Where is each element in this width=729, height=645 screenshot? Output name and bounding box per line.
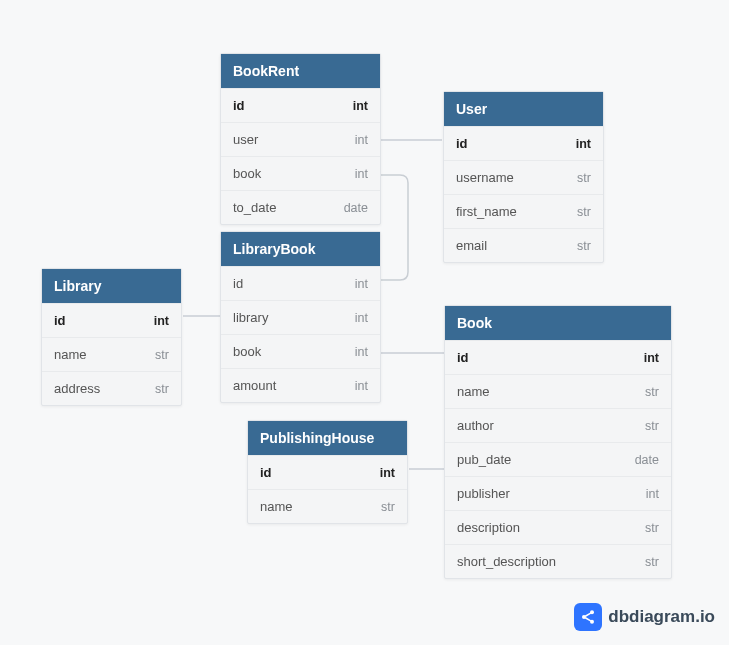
column-name: first_name: [456, 204, 517, 219]
table-book-title: Book: [445, 306, 671, 340]
column-type: int: [355, 345, 368, 359]
share-icon: [574, 603, 602, 631]
column-name: description: [457, 520, 520, 535]
column-name: author: [457, 418, 494, 433]
column-name: email: [456, 238, 487, 253]
column-name: name: [54, 347, 87, 362]
svg-line-3: [586, 618, 591, 621]
column-name: name: [457, 384, 490, 399]
column-type: int: [355, 379, 368, 393]
column-type: int: [380, 466, 395, 480]
column-type: date: [344, 201, 368, 215]
column-type: int: [355, 311, 368, 325]
column-name: pub_date: [457, 452, 511, 467]
column-name: address: [54, 381, 100, 396]
column-name: amount: [233, 378, 276, 393]
column-type: date: [635, 453, 659, 467]
column-type: str: [645, 385, 659, 399]
table-library-title: Library: [42, 269, 181, 303]
table-publishinghouse-title: PublishingHouse: [248, 421, 407, 455]
column-name: to_date: [233, 200, 276, 215]
table-row[interactable]: id int: [445, 340, 671, 374]
column-name: id: [54, 313, 66, 328]
column-type: int: [644, 351, 659, 365]
column-type: int: [355, 277, 368, 291]
column-type: str: [577, 171, 591, 185]
table-row[interactable]: id int: [444, 126, 603, 160]
column-type: int: [576, 137, 591, 151]
column-type: str: [155, 382, 169, 396]
column-type: str: [381, 500, 395, 514]
watermark-text: dbdiagram.io: [608, 607, 715, 627]
table-row[interactable]: id int: [221, 88, 380, 122]
column-type: str: [577, 239, 591, 253]
column-name: book: [233, 166, 261, 181]
column-name: username: [456, 170, 514, 185]
table-book[interactable]: Book id int name str author str pub_date…: [444, 305, 672, 579]
table-row[interactable]: author str: [445, 408, 671, 442]
watermark: dbdiagram.io: [574, 603, 715, 631]
table-row[interactable]: short_description str: [445, 544, 671, 578]
table-row[interactable]: id int: [248, 455, 407, 489]
column-name: publisher: [457, 486, 510, 501]
column-type: int: [353, 99, 368, 113]
column-type: str: [155, 348, 169, 362]
column-name: library: [233, 310, 268, 325]
column-type: str: [645, 419, 659, 433]
table-row[interactable]: name str: [248, 489, 407, 523]
column-name: id: [233, 98, 245, 113]
column-type: int: [355, 133, 368, 147]
column-name: user: [233, 132, 258, 147]
table-librarybook-title: LibraryBook: [221, 232, 380, 266]
column-type: str: [577, 205, 591, 219]
table-row[interactable]: amount int: [221, 368, 380, 402]
table-user-title: User: [444, 92, 603, 126]
table-row[interactable]: user int: [221, 122, 380, 156]
table-row[interactable]: name str: [42, 337, 181, 371]
table-row[interactable]: first_name str: [444, 194, 603, 228]
column-name: book: [233, 344, 261, 359]
table-row[interactable]: id int: [221, 266, 380, 300]
table-row[interactable]: pub_date date: [445, 442, 671, 476]
column-name: id: [260, 465, 272, 480]
table-row[interactable]: id int: [42, 303, 181, 337]
svg-line-4: [586, 613, 591, 616]
column-type: int: [355, 167, 368, 181]
table-row[interactable]: book int: [221, 334, 380, 368]
table-row[interactable]: username str: [444, 160, 603, 194]
column-type: int: [646, 487, 659, 501]
column-type: str: [645, 555, 659, 569]
table-user[interactable]: User id int username str first_name str …: [443, 91, 604, 263]
column-name: id: [233, 276, 243, 291]
table-library[interactable]: Library id int name str address str: [41, 268, 182, 406]
column-name: short_description: [457, 554, 556, 569]
table-row[interactable]: book int: [221, 156, 380, 190]
column-name: id: [456, 136, 468, 151]
table-row[interactable]: to_date date: [221, 190, 380, 224]
column-name: id: [457, 350, 469, 365]
column-name: name: [260, 499, 293, 514]
table-bookrent-title: BookRent: [221, 54, 380, 88]
table-row[interactable]: library int: [221, 300, 380, 334]
table-row[interactable]: address str: [42, 371, 181, 405]
table-row[interactable]: description str: [445, 510, 671, 544]
table-librarybook[interactable]: LibraryBook id int library int book int …: [220, 231, 381, 403]
table-bookrent[interactable]: BookRent id int user int book int to_dat…: [220, 53, 381, 225]
column-type: int: [154, 314, 169, 328]
column-type: str: [645, 521, 659, 535]
table-row[interactable]: name str: [445, 374, 671, 408]
table-publishinghouse[interactable]: PublishingHouse id int name str: [247, 420, 408, 524]
table-row[interactable]: publisher int: [445, 476, 671, 510]
table-row[interactable]: email str: [444, 228, 603, 262]
